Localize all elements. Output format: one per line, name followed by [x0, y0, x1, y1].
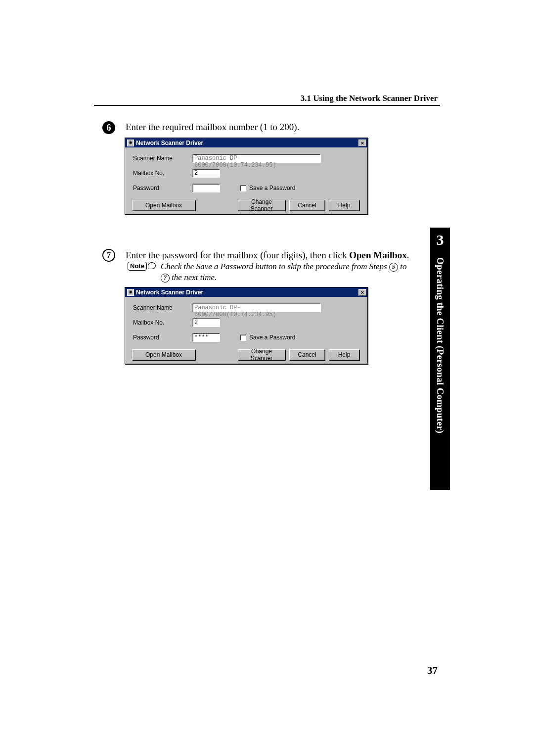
scanner-name-field: Panasonic DP-6000/7000(10.74.234.95): [192, 154, 321, 163]
close-icon[interactable]: ×: [358, 140, 366, 146]
cancel-button[interactable]: Cancel: [289, 349, 325, 360]
close-icon[interactable]: ×: [358, 289, 366, 296]
network-scanner-driver-dialog: ✷ Network Scanner Driver × Scanner Name …: [125, 138, 368, 215]
save-password-label: Save a Password: [249, 334, 295, 341]
dialog-titlebar: ✷ Network Scanner Driver ×: [125, 287, 367, 297]
note-row: Note Check the Save a Password button to…: [128, 261, 414, 283]
save-password-checkbox[interactable]: [240, 185, 246, 191]
section-heading: 3.1 Using the Network Scanner Driver: [301, 94, 438, 103]
password-label: Password: [133, 185, 192, 191]
scanner-name-label: Scanner Name: [133, 304, 192, 311]
mailbox-no-field[interactable]: 2: [192, 318, 220, 327]
help-button[interactable]: Help: [329, 349, 359, 360]
help-button[interactable]: Help: [329, 200, 359, 211]
dialog-title: Network Scanner Driver: [136, 140, 358, 146]
step-ref-5-icon: 5: [389, 263, 398, 272]
scanner-name-field: Panasonic DP-6000/7000(10.74.234.95): [192, 303, 321, 312]
step-number-6: 6: [102, 121, 115, 134]
open-mailbox-button[interactable]: Open Mailbox: [132, 200, 195, 211]
chapter-side-tab: 3 Operating the Client (Personal Compute…: [430, 228, 450, 490]
change-scanner-button[interactable]: Change Scanner: [238, 200, 285, 211]
scanner-name-label: Scanner Name: [133, 155, 192, 162]
header-rule: [94, 105, 440, 106]
app-icon: ✷: [127, 140, 134, 146]
password-field[interactable]: ****: [192, 333, 220, 342]
save-password-checkbox[interactable]: [240, 334, 246, 341]
note-label: Note: [128, 262, 147, 271]
save-password-label: Save a Password: [249, 185, 295, 191]
step-ref-7-icon: 7: [161, 274, 170, 283]
chapter-number: 3: [430, 228, 450, 248]
page-number: 37: [427, 664, 438, 677]
step-number-7: 7: [102, 249, 115, 262]
open-mailbox-button[interactable]: Open Mailbox: [132, 349, 195, 360]
chapter-title: Operating the Client (Personal Computer): [435, 257, 445, 485]
step7-instruction: Enter the password for the mailbox (four…: [126, 250, 442, 261]
step6-instruction: Enter the required mailbox number (1 to …: [126, 122, 299, 133]
mailbox-no-label: Mailbox No.: [133, 319, 192, 326]
app-icon: ✷: [127, 289, 134, 296]
mailbox-no-field[interactable]: 2: [192, 169, 220, 178]
mailbox-no-label: Mailbox No.: [133, 170, 192, 177]
password-field[interactable]: [192, 184, 220, 192]
note-bubble-icon: [148, 262, 156, 269]
cancel-button[interactable]: Cancel: [289, 200, 325, 211]
password-label: Password: [133, 334, 192, 341]
dialog-title: Network Scanner Driver: [136, 289, 358, 296]
change-scanner-button[interactable]: Change Scanner: [238, 349, 285, 360]
dialog-titlebar: ✷ Network Scanner Driver ×: [125, 138, 367, 147]
note-text: Check the Save a Password button to skip…: [161, 261, 414, 283]
network-scanner-driver-dialog: ✷ Network Scanner Driver × Scanner Name …: [125, 287, 368, 364]
